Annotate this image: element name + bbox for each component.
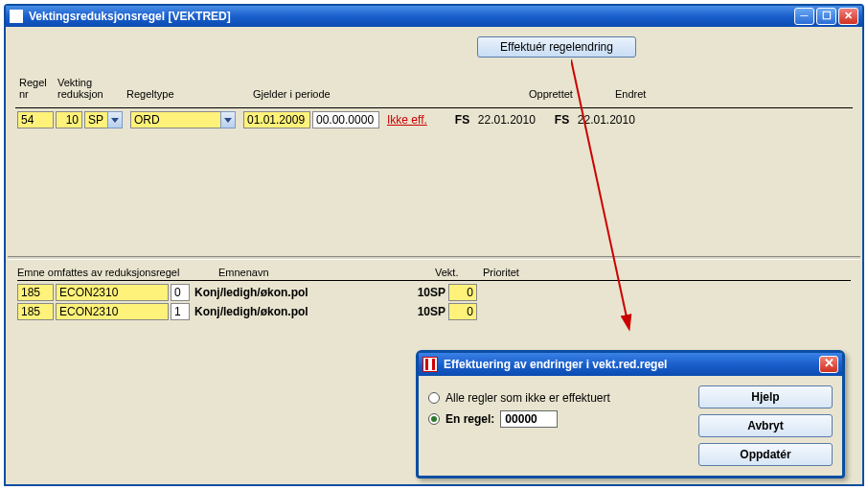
table-row: 185 ECON2310 0 Konj/ledigh/økon.pol 10SP… [17,284,851,301]
app-icon [10,10,23,23]
hdr-regel-2: nr [19,88,54,100]
emnenavn: Konj/ledigh/økon.pol [192,285,402,300]
table-row: 185 ECON2310 1 Konj/ledigh/økon.pol 10SP… [17,303,851,320]
regeltype-combo[interactable]: ORD [130,111,236,128]
prioritet[interactable]: 0 [448,284,477,301]
hdr-opprettet: Opprettet [443,77,558,100]
emne-c[interactable]: 0 [171,284,190,301]
emne-b[interactable]: ECON2310 [56,303,169,320]
window-title: Vektingsreduksjonsregel [VEKTRED] [29,10,231,23]
vekt: 10SP [402,285,448,300]
hdr-endret: Endret [558,77,653,100]
reduksjon-field[interactable]: 10 [56,111,82,128]
hdr-vekting-1: Vekting [57,77,123,88]
column-headers: Regel nr Vekting reduksjon Regeltype Gje… [17,77,851,100]
hdr-regeltype: Regeltype [125,77,251,100]
vekt: 10SP [402,304,448,319]
hdr-regel-1: Regel [19,77,54,88]
hdr-gjelder: Gjelder i periode [251,77,443,100]
dialog-title: Effektuering av endringer i vekt.red.reg… [444,358,667,371]
radio-all-label: Alle regler som ikke er effektuert [445,391,610,405]
chevron-down-icon[interactable] [220,111,236,128]
radio-one-rule[interactable]: En regel: 00000 [428,410,698,428]
periode-fra-field[interactable]: 01.01.2009 [243,111,310,128]
regeltype-value: ORD [130,111,220,128]
cancel-button[interactable]: Avbryt [698,414,833,437]
sub-rows: 185 ECON2310 0 Konj/ledigh/økon.pol 10SP… [17,284,851,322]
dialog-titlebar[interactable]: Effektuering av endringer i vekt.red.reg… [419,353,842,376]
emne-a[interactable]: 185 [17,284,54,301]
emne-c[interactable]: 1 [171,303,190,320]
update-button[interactable]: Oppdatér [698,443,833,466]
radio-icon [428,413,440,425]
dialog-icon [423,357,438,372]
regel-nr-field[interactable]: 54 [17,111,54,128]
chevron-down-icon[interactable] [107,111,123,128]
dialog-close-button[interactable]: ✕ [819,356,838,373]
rule-row: 54 10 SP ORD 01.01.2009 00.00.0000 Ikke … [17,111,851,128]
close-button[interactable]: ✕ [838,8,858,25]
endret-user: FS [552,112,575,128]
radio-icon [428,392,440,404]
effectuate-dialog: Effektuering av endringer i vekt.red.reg… [416,350,845,478]
hdr-emne-omfattes: Emne omfattes av reduksjonsregel [17,267,218,278]
emnenavn: Konj/ledigh/økon.pol [192,304,402,319]
titlebar[interactable]: Vektingsreduksjonsregel [VEKTRED] ─ ☐ ✕ [6,6,862,27]
endret-date: 22.01.2010 [575,112,638,128]
hdr-vekting-2: reduksjon [57,88,123,100]
prioritet[interactable]: 0 [448,303,477,320]
emne-a[interactable]: 185 [17,303,54,320]
sub-headers: Emne omfattes av reduksjonsregel Emnenav… [17,267,851,281]
hdr-emnenavn: Emnenavn [218,267,435,278]
periode-til-field[interactable]: 00.00.0000 [312,111,379,128]
one-rule-input[interactable]: 00000 [500,410,558,428]
radio-one-label: En regel: [445,412,494,426]
emne-b[interactable]: ECON2310 [56,284,169,301]
help-button[interactable]: Hjelp [698,385,833,408]
effectuate-button[interactable]: Effektuér regelendring [477,36,636,58]
main-window: Vektingsreduksjonsregel [VEKTRED] ─ ☐ ✕ … [4,4,864,486]
enhet-combo[interactable]: SP [84,111,123,128]
ikke-eff-link[interactable]: Ikke eff. [387,113,427,127]
enhet-value: SP [84,111,107,128]
content-area: Effektuér regelendring Regel nr Vekting … [6,27,862,484]
opprettet-user: FS [452,112,475,128]
opprettet-date: 22.01.2010 [475,112,538,128]
maximize-button[interactable]: ☐ [816,8,836,25]
splitter[interactable] [8,256,860,260]
radio-all-rules[interactable]: Alle regler som ikke er effektuert [428,391,698,405]
hdr-vekt: Vekt. [435,267,483,278]
hdr-prioritet: Prioritet [483,267,519,278]
minimize-button[interactable]: ─ [794,8,814,25]
